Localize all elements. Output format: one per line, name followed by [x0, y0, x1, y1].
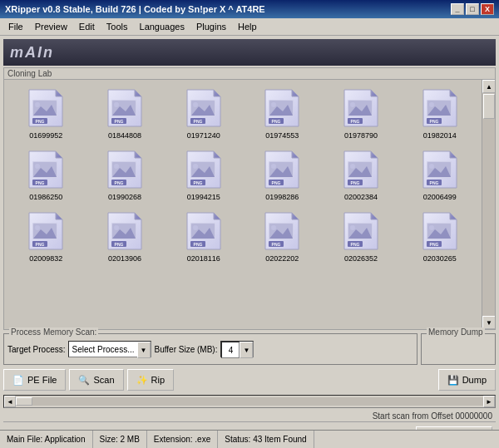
maximize-button[interactable]: □ — [466, 3, 479, 15]
target-process-arrow[interactable]: ▼ — [137, 342, 151, 358]
file-item[interactable]: PNG 01974553 — [244, 83, 321, 143]
file-icon: PNG — [24, 148, 67, 191]
file-name: 01971240 — [187, 131, 220, 140]
file-name: 01998286 — [265, 193, 299, 201]
file-icon: PNG — [418, 209, 462, 253]
svg-text:PNG: PNG — [36, 242, 45, 247]
target-process-select[interactable]: Select Process... ▼ — [68, 341, 151, 357]
svg-point-13 — [114, 102, 119, 107]
svg-marker-57 — [135, 151, 141, 158]
title-bar: XRipper v0.8 Stable, Build 726 | Coded b… — [0, 0, 499, 18]
dump-icon: 💾 — [447, 375, 459, 386]
svg-point-141 — [429, 225, 434, 230]
file-name: 02030265 — [423, 254, 457, 263]
menu-item-languages[interactable]: Languages — [135, 20, 190, 33]
menu-item-edit[interactable]: Edit — [74, 20, 100, 33]
target-label: Target Process: — [7, 345, 65, 354]
file-icon: PNG — [260, 209, 304, 253]
svg-text:PNG: PNG — [193, 180, 202, 185]
h-scroll-thumb[interactable] — [16, 397, 32, 406]
dump-button[interactable]: 💾 Dump — [438, 369, 496, 391]
buffer-size-select[interactable]: 4 ▼ — [220, 341, 254, 357]
scroll-up-button[interactable]: ▲ — [482, 80, 495, 93]
svg-marker-41 — [450, 90, 457, 96]
file-icon: PNG — [418, 148, 462, 191]
svg-text:PNG: PNG — [351, 242, 360, 247]
file-item[interactable]: PNG 02022202 — [244, 206, 321, 266]
file-item[interactable]: PNG 01971240 — [165, 83, 242, 143]
file-name: 01990268 — [108, 193, 141, 201]
h-scroll-right-button[interactable]: ► — [483, 396, 495, 407]
file-name: 01994215 — [187, 193, 220, 201]
file-grid: PNG 01699952 — [4, 80, 482, 329]
file-item[interactable]: PNG 02013906 — [86, 206, 164, 266]
file-icon: PNG — [339, 86, 383, 130]
buttons-row: 📄 PE File 🔍 Scan ✨ Rip 💾 Dump — [3, 367, 496, 392]
file-item[interactable]: PNG 02002384 — [323, 145, 400, 204]
cloning-lab-header: Cloning Lab — [4, 68, 495, 80]
file-name: 01986250 — [29, 193, 62, 201]
scan-icon: 🔍 — [78, 375, 90, 386]
h-scrollbar: ◄ ► — [3, 395, 496, 408]
svg-marker-49 — [56, 151, 62, 158]
menu-item-preview[interactable]: Preview — [30, 20, 72, 33]
menu-item-help[interactable]: Help — [233, 20, 262, 33]
status-extension: Extension: .exe — [147, 431, 218, 448]
file-item[interactable]: PNG 01994215 — [165, 145, 242, 204]
svg-marker-113 — [214, 213, 220, 219]
file-item[interactable]: PNG 01986250 — [7, 145, 85, 204]
menu-item-file[interactable]: File — [3, 20, 28, 33]
svg-text:PNG: PNG — [429, 119, 438, 124]
file-name: 01974553 — [265, 131, 299, 140]
file-item[interactable]: PNG 01982014 — [401, 83, 478, 143]
svg-marker-121 — [292, 213, 299, 219]
scan-button[interactable]: 🔍 Scan — [69, 369, 123, 391]
memory-dump-label: Memory Dump — [427, 327, 485, 337]
file-item[interactable]: PNG 01699952 — [7, 83, 85, 143]
h-scroll-left-button[interactable]: ◄ — [4, 396, 16, 407]
menu-item-plugins[interactable]: Plugins — [191, 20, 231, 33]
scroll-track — [482, 93, 495, 316]
file-name: 02009832 — [29, 254, 62, 263]
svg-point-101 — [35, 225, 40, 230]
file-item[interactable]: PNG 02026352 — [323, 206, 400, 266]
pe-file-button[interactable]: 📄 PE File — [3, 369, 66, 391]
file-item[interactable]: PNG 02030265 — [401, 206, 478, 266]
file-item[interactable]: PNG 02018116 — [165, 206, 242, 266]
buffer-size-value: 4 — [221, 342, 240, 358]
file-item[interactable]: PNG 02006499 — [401, 145, 478, 204]
menu-item-tools[interactable]: Tools — [101, 20, 133, 33]
minimize-button[interactable]: _ — [451, 3, 464, 15]
svg-point-117 — [193, 225, 198, 230]
svg-text:PNG: PNG — [351, 119, 360, 124]
offset-bar: Start scan from Offset 00000000 — [3, 411, 496, 422]
rip-button[interactable]: ✨ Rip — [127, 369, 175, 391]
file-item[interactable]: PNG 02009832 — [7, 206, 85, 266]
file-name: 02022202 — [265, 254, 299, 263]
svg-point-61 — [114, 164, 119, 169]
status-bar: Main File: Application Size: 2 MB Extens… — [0, 430, 499, 448]
svg-marker-105 — [135, 213, 141, 219]
file-item[interactable]: PNG 01990268 — [86, 145, 164, 204]
buffer-size-arrow[interactable]: ▼ — [240, 342, 253, 358]
close-button[interactable]: X — [481, 3, 494, 15]
svg-point-53 — [35, 164, 40, 169]
svg-point-109 — [114, 225, 119, 230]
file-item[interactable]: PNG 01978790 — [323, 83, 400, 143]
target-process-value: Select Process... — [69, 342, 136, 357]
file-name: 01844808 — [108, 131, 141, 140]
file-item[interactable]: PNG 01998286 — [244, 145, 321, 204]
svg-text:PNG: PNG — [272, 180, 281, 185]
file-icon: PNG — [260, 86, 304, 130]
svg-point-77 — [271, 164, 276, 169]
scan-row: Target Process: Select Process... ▼ Buff… — [7, 341, 413, 357]
file-item[interactable]: PNG 01844808 — [86, 83, 164, 143]
title-text: XRipper v0.8 Stable, Build 726 | Coded b… — [5, 4, 265, 14]
buffer-label: Buffer Size (MB): — [155, 345, 218, 354]
file-icon: PNG — [24, 209, 67, 253]
svg-text:PNG: PNG — [272, 242, 281, 247]
svg-point-93 — [429, 164, 434, 169]
file-icon: PNG — [24, 86, 67, 130]
scroll-thumb[interactable] — [483, 94, 495, 119]
svg-marker-65 — [214, 151, 220, 158]
